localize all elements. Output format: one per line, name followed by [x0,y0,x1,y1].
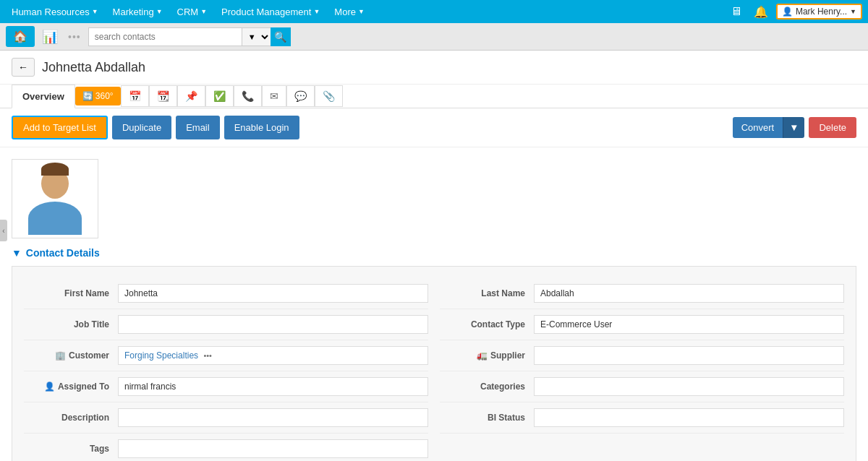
enable-login-button[interactable]: Enable Login [224,116,299,139]
tab-messages[interactable]: 💬 [286,85,315,107]
delete-button[interactable]: Delete [809,117,856,138]
customer-row: 🏢 Customer Forging Specialties ••• [24,340,428,371]
search-input[interactable] [88,27,242,46]
job-title-value [118,315,428,334]
search-dropdown[interactable]: ▼ [242,27,271,46]
tab-pin[interactable]: 📌 [177,85,205,107]
notification-bell-button[interactable]: 🔔 [750,3,772,21]
nav-human-resources[interactable]: Human Resources ▼ [6,4,104,20]
assigned-to-value: nirmal francis [118,377,428,396]
tabs-row: Overview 🔄 360° 📅 📆 📌 ✅ 📞 ✉ 💬 📎 [0,85,868,108]
details-grid: First Name Johnetta Job Title 🏢 Customer [24,278,844,461]
nav-product-management[interactable]: Product Management ▼ [216,4,326,20]
supplier-icon: 🚛 [477,350,488,361]
customer-link[interactable]: Forging Specialties [124,350,198,361]
email-button[interactable]: Email [176,116,220,139]
chevron-down-icon: ▼ [156,8,163,15]
description-row: Description [24,402,428,434]
customer-more-options[interactable]: ••• [203,351,212,360]
nav-crm[interactable]: CRM ▼ [171,4,213,20]
home-button[interactable]: 🏠 [6,26,35,47]
tab-phone[interactable]: 📞 [234,85,262,107]
tab-calendar-week[interactable]: 📆 [149,85,177,107]
page-title: Johnetta Abdallah [42,60,145,75]
last-name-value: Abdallah [534,284,844,303]
convert-button-group: Convert ▼ [733,117,805,138]
action-row: Add to Target List Duplicate Email Enabl… [0,108,868,147]
avatar [28,163,82,235]
user-avatar-icon: 👤 [782,7,793,17]
contact-type-value: E-Commerce User [534,315,844,334]
chart-icon: 📊 [39,26,61,48]
page-header: ← Johnetta Abdallah [0,51,868,85]
nav-more[interactable]: More ▼ [328,4,370,20]
content-area: ▼ Contact Details First Name Johnetta Jo… [0,147,868,461]
tab-attachments[interactable]: 📎 [315,85,343,107]
tab-overview[interactable]: Overview [12,85,75,108]
screen-icon-button[interactable]: 🖥 [727,3,746,20]
tags-value [118,439,428,458]
chevron-down-icon: ▼ [12,247,22,259]
customer-value: Forging Specialties ••• [118,346,428,365]
user-menu[interactable]: 👤 Mark Henry... ▼ [776,4,862,20]
action-buttons-right: Convert ▼ Delete [733,117,856,138]
tab-email[interactable]: ✉ [262,85,286,107]
first-name-value: Johnetta [118,284,428,303]
chevron-down-icon: ▼ [850,8,856,15]
chevron-down-icon: ▼ [200,8,207,15]
avatar-box [12,159,98,238]
convert-button[interactable]: Convert [733,117,783,138]
supplier-row: 🚛 Supplier [440,340,844,371]
categories-value [534,377,844,396]
action-buttons-left: Add to Target List Duplicate Email Enabl… [12,116,299,139]
topnav-right: 🖥 🔔 👤 Mark Henry... ▼ [727,3,862,21]
description-value [118,408,428,427]
contact-details-section: First Name Johnetta Job Title 🏢 Customer [12,266,856,461]
customer-icon: 🏢 [55,350,66,361]
nav-marketing[interactable]: Marketing ▼ [107,4,169,20]
search-wrapper: ▼ 🔍 [88,27,291,46]
top-navigation: Human Resources ▼ Marketing ▼ CRM ▼ Prod… [0,0,868,23]
supplier-value [534,346,844,365]
tab-checklist[interactable]: ✅ [205,85,234,107]
secondary-bar: 🏠 📊 ••• ▼ 🔍 [0,23,868,51]
bi-status-value [534,408,844,427]
back-button[interactable]: ← [12,58,35,77]
bi-status-row: BI Status [440,402,844,434]
details-left-column: First Name Johnetta Job Title 🏢 Customer [24,278,434,461]
duplicate-button[interactable]: Duplicate [112,116,171,139]
contact-details-section-header[interactable]: ▼ Contact Details [12,247,856,259]
tab-360[interactable]: 🔄 360° [75,87,121,105]
tab-calendar-month[interactable]: 📅 [121,85,149,107]
assigned-to-row: 👤 Assigned To nirmal francis [24,371,428,402]
contact-type-row: Contact Type E-Commerce User [440,309,844,340]
first-name-row: First Name Johnetta [24,278,428,309]
chevron-down-icon: ▼ [358,8,365,15]
chevron-down-icon: ▼ [92,8,98,15]
left-sidebar-toggle[interactable]: ‹ [0,220,7,241]
page-area: ← Johnetta Abdallah Overview 🔄 360° 📅 📆 … [0,51,868,461]
more-options-icon: ••• [65,28,84,46]
topnav-left: Human Resources ▼ Marketing ▼ CRM ▼ Prod… [6,4,370,20]
tags-row: Tags [24,434,428,461]
add-to-target-list-button[interactable]: Add to Target List [12,116,108,139]
search-button[interactable]: 🔍 [271,27,291,46]
refresh-icon: 🔄 [82,91,93,101]
details-right-column: Last Name Abdallah Contact Type E-Commer… [434,278,844,461]
categories-row: Categories [440,371,844,402]
convert-dropdown-button[interactable]: ▼ [783,117,804,138]
job-title-row: Job Title [24,309,428,340]
last-name-row: Last Name Abdallah [440,278,844,309]
chevron-down-icon: ▼ [313,8,320,15]
assigned-to-icon: 👤 [44,382,55,392]
